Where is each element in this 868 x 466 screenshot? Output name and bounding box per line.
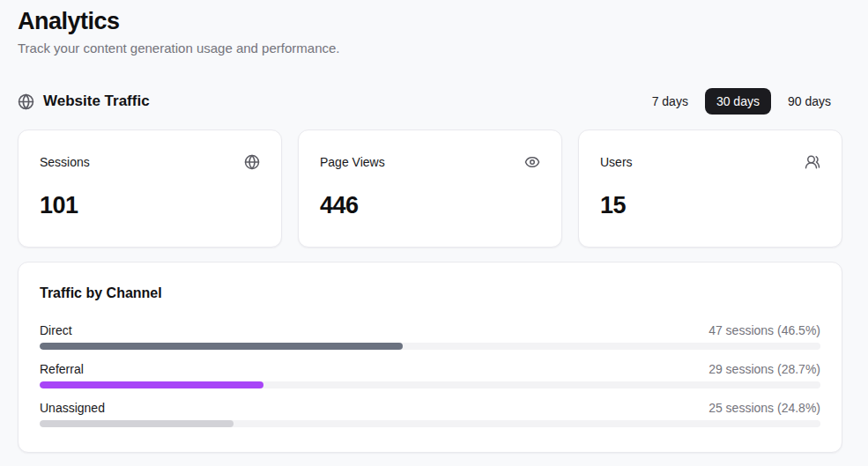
channel-row-head: Referral 29 sessions (28.7%) bbox=[40, 362, 820, 376]
stat-label: Users bbox=[600, 155, 633, 169]
range-7-days-button[interactable]: 7 days bbox=[641, 88, 700, 115]
globe-icon bbox=[18, 93, 34, 110]
sessions-card: Sessions 101 bbox=[18, 129, 282, 248]
users-card: Users 15 bbox=[578, 129, 842, 248]
progress-bar-fill bbox=[40, 381, 263, 388]
stat-label: Sessions bbox=[40, 155, 90, 169]
channel-name: Referral bbox=[40, 362, 84, 376]
page-views-value: 446 bbox=[320, 192, 540, 219]
channel-row-unassigned: Unassigned 25 sessions (24.8%) bbox=[40, 401, 820, 427]
channel-sessions-label: 25 sessions (24.8%) bbox=[708, 401, 820, 415]
channel-row-head: Unassigned 25 sessions (24.8%) bbox=[40, 401, 820, 415]
section-title: Website Traffic bbox=[43, 92, 150, 110]
stat-head: Sessions bbox=[40, 154, 260, 170]
channel-row-head: Direct 47 sessions (46.5%) bbox=[40, 323, 820, 337]
sessions-value: 101 bbox=[40, 192, 260, 219]
page-views-card: Page Views 446 bbox=[298, 129, 562, 248]
progress-bar-track bbox=[40, 420, 820, 427]
traffic-by-channel-card: Traffic by Channel Direct 47 sessions (4… bbox=[18, 262, 842, 453]
website-traffic-header: Website Traffic 7 days 30 days 90 days bbox=[18, 88, 842, 115]
channel-row-referral: Referral 29 sessions (28.7%) bbox=[40, 362, 820, 388]
users-icon bbox=[805, 154, 820, 170]
progress-bar-fill bbox=[40, 343, 403, 350]
globe-icon bbox=[244, 154, 260, 170]
users-value: 15 bbox=[600, 192, 820, 219]
range-90-days-button[interactable]: 90 days bbox=[776, 88, 842, 115]
channel-sessions-label: 47 sessions (46.5%) bbox=[708, 323, 820, 337]
channel-row-direct: Direct 47 sessions (46.5%) bbox=[40, 323, 820, 350]
section-title-wrap: Website Traffic bbox=[18, 92, 150, 110]
analytics-page: Analytics Track your content generation … bbox=[0, 0, 868, 453]
progress-bar-track bbox=[40, 381, 820, 388]
channel-sessions-label: 29 sessions (28.7%) bbox=[708, 362, 820, 376]
stat-head: Page Views bbox=[320, 154, 540, 170]
progress-bar-fill bbox=[40, 420, 234, 427]
stats-grid: Sessions 101 Page Views bbox=[18, 129, 842, 248]
eye-icon bbox=[524, 154, 540, 170]
page-title: Analytics bbox=[18, 8, 842, 35]
stat-label: Page Views bbox=[320, 155, 385, 169]
stat-head: Users bbox=[600, 154, 820, 170]
range-30-days-button[interactable]: 30 days bbox=[705, 88, 771, 115]
progress-bar-track bbox=[40, 343, 820, 350]
channel-rows: Direct 47 sessions (46.5%) Referral 29 s… bbox=[40, 323, 820, 427]
channel-name: Direct bbox=[40, 323, 72, 337]
page-subtitle: Track your content generation usage and … bbox=[18, 41, 842, 55]
traffic-by-channel-title: Traffic by Channel bbox=[40, 285, 820, 301]
channel-name: Unassigned bbox=[40, 401, 105, 415]
range-switcher: 7 days 30 days 90 days bbox=[641, 88, 842, 115]
